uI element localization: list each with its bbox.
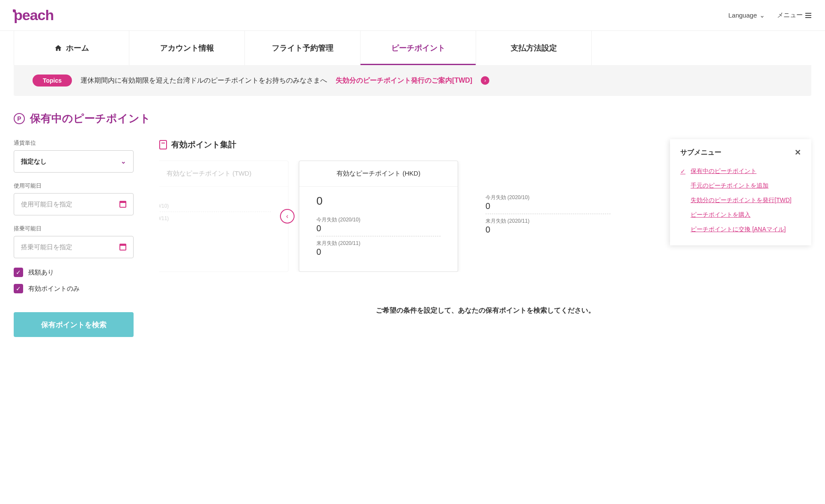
boarding-date-input[interactable]: 搭乗可能日を指定 [14, 236, 134, 258]
empty-message: ご希望の条件を設定して、あなたの保有ポイントを検索してください。 [159, 306, 811, 315]
submenu-item-purchase[interactable]: ピーチポイントを購入 [680, 208, 801, 222]
tab-home[interactable]: ホーム [14, 31, 129, 65]
card-row-label: 今月失効 (2020/10) [316, 216, 441, 224]
summary-title: 有効ポイント集計 [171, 139, 236, 150]
card-title [468, 161, 628, 178]
usage-date-input[interactable]: 使用可能日を指定 [14, 193, 134, 215]
tab-flights[interactable]: フライト予約管理 [245, 31, 360, 65]
topics-badge: Topics [33, 75, 72, 86]
tab-label: 支払方法設定 [511, 43, 557, 53]
content: 通貨単位 指定なし ⌄ 使用可能日 使用可能日を指定 搭乗可能日 搭乗可能日を指… [0, 139, 825, 337]
calculator-icon [159, 140, 167, 149]
carousel-prev-button[interactable]: ‹ [280, 209, 295, 224]
checkbox-checked-icon: ✓ [14, 284, 23, 293]
topics-link[interactable]: 失効分のピーチポイント発行のご案内[TWD] [336, 76, 472, 85]
logo[interactable]: peach [14, 7, 54, 24]
card-row: 来月失効 (2020/11) 0 [485, 216, 611, 239]
boarding-date-label: 搭乗可能日 [14, 225, 134, 233]
tab-payment[interactable]: 支払方法設定 [476, 31, 592, 65]
tab-label: アカウント情報 [160, 43, 214, 53]
card-row-label: 今月失効 (2020/10) [485, 194, 611, 201]
checkbox-label: 残額あり [28, 268, 54, 277]
hamburger-icon [805, 13, 811, 18]
language-selector[interactable]: Language ⌄ [728, 12, 765, 19]
summary-card: 有効なピーチポイント (TWD) (2020/10) (2020/11) [159, 161, 289, 272]
currency-label: 通貨単位 [14, 139, 134, 147]
points-icon: P [14, 113, 25, 124]
close-icon[interactable]: ✕ [795, 148, 801, 157]
summary-card: 今月失効 (2020/10) 0 来月失効 (2020/11) 0 [468, 161, 628, 272]
filter-panel: 通貨単位 指定なし ⌄ 使用可能日 使用可能日を指定 搭乗可能日 搭乗可能日を指… [14, 139, 134, 337]
card-title: 有効なピーチポイント (HKD) [299, 161, 458, 187]
card-row-value: 0 [316, 247, 441, 259]
card-total: 0 [316, 194, 441, 208]
check-icon: ✓ [680, 168, 686, 175]
card-row: 今月失効 (2020/10) 0 [485, 192, 611, 216]
currency-select[interactable]: 指定なし ⌄ [14, 150, 134, 173]
card-row: (2020/10) [159, 201, 271, 214]
submenu-item-reissue[interactable]: 失効分のピーチポイントを発行[TWD] [680, 193, 801, 208]
menu-label: メニュー [777, 11, 803, 19]
header-right: Language ⌄ メニュー [728, 11, 811, 19]
submenu-item-label: 手元のピーチポイントを追加 [691, 182, 768, 190]
card-row-label: (2020/11) [159, 215, 271, 221]
card-row-value: 0 [316, 224, 441, 236]
checkbox-label: 有効ポイントのみ [28, 285, 80, 293]
language-label: Language [728, 12, 757, 19]
chevron-down-icon: ⌄ [121, 158, 126, 165]
chevron-down-icon: ⌄ [759, 12, 765, 19]
page-title-row: P 保有中のピーチポイント [0, 106, 825, 139]
summary-card: 有効なピーチポイント (HKD) 0 今月失効 (2020/10) 0 来月失効… [299, 161, 458, 272]
card-row-label: 来月失効 (2020/11) [485, 218, 611, 225]
checkbox-checked-icon: ✓ [14, 268, 23, 277]
page-title: 保有中のピーチポイント [30, 111, 151, 125]
menu-button[interactable]: メニュー [777, 11, 811, 19]
usage-date-label: 使用可能日 [14, 182, 134, 190]
submenu-item-label: ピーチポイントを購入 [691, 211, 751, 219]
usage-date-placeholder: 使用可能日を指定 [21, 200, 72, 209]
tab-label: ホーム [66, 43, 89, 53]
card-row-value: 0 [485, 225, 611, 237]
submenu-header: サブメニュー ✕ [680, 148, 801, 157]
submenu-title: サブメニュー [680, 148, 721, 157]
tab-label: ピーチポイント [391, 43, 445, 53]
checkbox-balance[interactable]: ✓ 残額あり [14, 268, 134, 277]
card-row-label: (2020/10) [159, 203, 271, 209]
currency-value: 指定なし [21, 158, 47, 166]
header: peach Language ⌄ メニュー [0, 0, 825, 31]
submenu-item-add[interactable]: 手元のピーチポイントを追加 [680, 179, 801, 193]
card-title: 有効なピーチポイント (TWD) [159, 161, 288, 187]
card-row-label: 来月失効 (2020/11) [316, 240, 441, 247]
boarding-date-placeholder: 搭乗可能日を指定 [21, 243, 72, 251]
submenu-item-label: 保有中のピーチポイント [691, 167, 756, 175]
card-row-value [159, 209, 271, 212]
card-row-value: 0 [485, 201, 611, 214]
home-icon [54, 44, 63, 52]
submenu-item-current[interactable]: ✓ 保有中のピーチポイント [680, 164, 801, 179]
submenu-panel: サブメニュー ✕ ✓ 保有中のピーチポイント 手元のピーチポイントを追加 失効分… [670, 139, 811, 245]
card-row: 来月失効 (2020/11) 0 [316, 238, 441, 261]
arrow-right-icon[interactable]: › [481, 76, 489, 85]
submenu-item-label: ピーチポイントに交換 [ANAマイル] [691, 226, 786, 233]
topics-text: 運休期間内に有効期限を迎えた台湾ドルのピーチポイントをお持ちのみなさまへ [80, 76, 327, 85]
calendar-icon [119, 244, 126, 251]
checkbox-valid-only[interactable]: ✓ 有効ポイントのみ [14, 284, 134, 293]
submenu-item-exchange[interactable]: ピーチポイントに交換 [ANAマイル] [680, 222, 801, 237]
submenu-item-label: 失効分のピーチポイントを発行[TWD] [691, 197, 792, 204]
tab-account[interactable]: アカウント情報 [129, 31, 245, 65]
tab-label: フライト予約管理 [272, 43, 334, 53]
search-button[interactable]: 保有ポイントを検索 [14, 312, 134, 337]
calendar-icon [119, 201, 126, 208]
card-row: 今月失効 (2020/10) 0 [316, 215, 441, 238]
card-row-value [159, 221, 271, 224]
nav-tabs: ホーム アカウント情報 フライト予約管理 ピーチポイント 支払方法設定 [0, 31, 825, 65]
tab-points[interactable]: ピーチポイント [360, 31, 476, 65]
topics-bar: Topics 運休期間内に有効期限を迎えた台湾ドルのピーチポイントをお持ちのみな… [14, 65, 811, 96]
card-row: (2020/11) [159, 214, 271, 226]
